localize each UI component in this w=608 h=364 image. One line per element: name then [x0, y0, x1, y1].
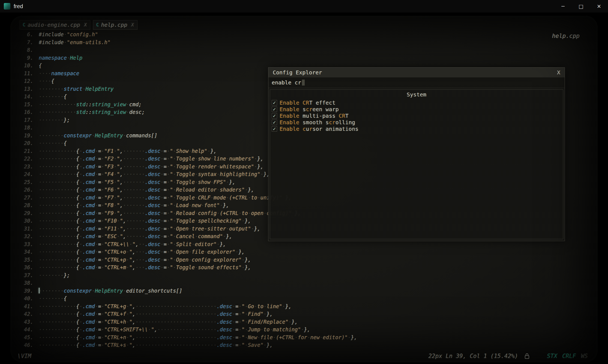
line-number: 35. — [14, 256, 33, 264]
config-item[interactable]: ✓Enable smooth scrolling — [270, 119, 563, 126]
line-number: 13. — [14, 85, 33, 93]
line-number: 46. — [14, 341, 33, 349]
line-number: 14. — [14, 93, 33, 101]
status-flag-stx: STX — [547, 353, 557, 359]
checkbox[interactable]: ✓ — [272, 113, 277, 119]
config-item[interactable]: ✓Enable CRT effect — [270, 99, 563, 106]
config-item[interactable]: ✓Enable cursor animations — [270, 126, 563, 132]
status-flag-ws: WS — [581, 353, 588, 359]
line-number: 10. — [14, 62, 33, 69]
code-line[interactable]: 37.········}; — [14, 271, 597, 279]
code-line[interactable]: 8. — [14, 46, 597, 54]
lock-icon — [525, 353, 529, 359]
checkbox[interactable]: ✓ — [272, 126, 277, 132]
status-flag-crlf: CRLF — [562, 353, 576, 359]
code-line[interactable]: 40.········{ — [14, 295, 597, 302]
line-number: 28. — [14, 201, 33, 209]
config-item[interactable]: ✓Enable screen warp — [270, 106, 563, 113]
config-item[interactable]: ✓Enable multi-pass CRT — [270, 113, 563, 119]
line-number: 23. — [14, 163, 33, 171]
line-number: 33. — [14, 240, 33, 248]
dialog-titlebar: Config Explorer X — [268, 68, 565, 77]
code-line[interactable]: 7.#include·"enum-utils.h" — [14, 38, 597, 46]
line-number: 22. — [14, 155, 33, 163]
code-line[interactable]: 43.············{·.cmd·=·"CTRL+h·",······… — [14, 318, 597, 326]
line-number: 9. — [14, 54, 33, 62]
code-line[interactable]: 9.namespace·Help — [14, 54, 597, 62]
line-number: 29. — [14, 209, 33, 217]
minimize-button[interactable]: ─ — [554, 0, 572, 13]
line-number: 42. — [14, 310, 33, 318]
code-line[interactable]: 33.············{·.cmd·=·"CTRL+\\·",··.de… — [14, 240, 597, 248]
tab-close-icon[interactable]: X — [131, 22, 134, 28]
line-number: 43. — [14, 318, 33, 326]
code-line[interactable]: 38. — [14, 279, 597, 287]
window-titlebar: fred ─ □ ✕ — [0, 0, 608, 13]
active-file-indicator: help.cpp — [552, 33, 580, 39]
config-item-label: Enable cursor animations — [280, 126, 358, 132]
checkbox[interactable]: ✓ — [272, 120, 277, 125]
line-number: 8. — [14, 46, 33, 54]
line-number: 38. — [14, 279, 33, 287]
checkbox[interactable]: ✓ — [272, 107, 277, 112]
tab-close-icon[interactable]: X — [84, 22, 87, 28]
window-controls: ─ □ ✕ — [554, 0, 608, 13]
tab-help-cpp[interactable]: Chelp.cppX — [93, 20, 137, 30]
line-number: 31. — [14, 225, 33, 233]
line-number: 36. — [14, 263, 33, 271]
line-number: 25. — [14, 178, 33, 186]
line-number: 34. — [14, 248, 33, 256]
config-item-label: Enable multi-pass CRT — [280, 113, 349, 119]
code-line[interactable]: 35.············{·.cmd·=·"CTRL+p·",···.de… — [14, 256, 597, 264]
section-header: System — [270, 91, 563, 98]
line-number: 32. — [14, 232, 33, 240]
line-number: 44. — [14, 326, 33, 333]
line-number: 27. — [14, 194, 33, 202]
cpp-file-icon: C — [96, 22, 99, 28]
line-number: 20. — [14, 139, 33, 147]
status-right-cluster: 22px Ln 39, Col 1 (15.42%) STXCRLFWS — [428, 353, 588, 359]
line-number: 40. — [14, 295, 33, 302]
line-number: 30. — [14, 217, 33, 225]
config-explorer-dialog: Config Explorer X enable cr System ✓Enab… — [268, 67, 565, 241]
line-number: 45. — [14, 333, 33, 341]
tab-label: help.cpp — [101, 22, 127, 28]
tab-audio-engine-cpp[interactable]: Caudio-engine.cppX — [20, 20, 90, 30]
line-number: 7. — [14, 38, 33, 46]
line-number: 41. — [14, 302, 33, 310]
editor-screen: 6.#include·"config.h"7.#include·"enum-ut… — [10, 16, 598, 362]
cursor-position: 22px Ln 39, Col 1 (15.42%) — [428, 353, 518, 359]
code-line[interactable]: 42.············{·.cmd·=·"CTRL+f·",······… — [14, 310, 597, 318]
config-item-label: Enable smooth scrolling — [280, 119, 355, 126]
code-line[interactable]: 36.············{·.cmd·=·"CTRL+m·",···.de… — [14, 263, 597, 271]
app-icon — [4, 3, 10, 10]
tab-label: audio-engine.cpp — [28, 22, 80, 28]
code-line[interactable]: 46.············{·.cmd·=·"CTRL+s·",······… — [14, 341, 597, 349]
code-line[interactable]: 44.············{·.cmd·=·"CTRL+SHIFT+\\·"… — [14, 326, 597, 333]
dialog-close-icon[interactable]: X — [557, 69, 560, 76]
config-item-label: Enable CRT effect — [280, 99, 336, 106]
line-number: 12. — [14, 77, 33, 85]
config-item-label: Enable screen warp — [280, 106, 339, 113]
status-bar: \VIM 22px Ln 39, Col 1 (15.42%) STXCRLFW… — [17, 352, 588, 360]
tab-bar: Caudio-engine.cppXChelp.cppX — [20, 20, 137, 30]
line-number: 17. — [14, 116, 33, 124]
line-number: 37. — [14, 271, 33, 279]
line-number: 26. — [14, 186, 33, 194]
line-number: 21. — [14, 147, 33, 155]
monitor-bezel: 6.#include·"config.h"7.#include·"enum-ut… — [0, 13, 608, 364]
code-line[interactable]: 34.············{·.cmd·=·"CTRL+o·",···.de… — [14, 248, 597, 256]
code-line[interactable]: 41.············{·.cmd·=·"CTRL+g·",······… — [14, 302, 597, 310]
code-line[interactable]: 39.········constexpr·HelpEntry·editor_sh… — [14, 287, 597, 295]
config-search-input[interactable]: enable cr — [268, 77, 565, 88]
code-line[interactable]: 6.#include·"config.h" — [14, 31, 597, 38]
close-button[interactable]: ✕ — [590, 0, 608, 13]
search-caret — [302, 80, 305, 86]
checkbox[interactable]: ✓ — [272, 100, 277, 105]
line-number: 19. — [14, 132, 33, 139]
line-number: 18. — [14, 124, 33, 132]
maximize-button[interactable]: □ — [572, 0, 590, 13]
status-flags: STXCRLFWS — [529, 353, 588, 359]
code-line[interactable]: 45.············{·.cmd·=·"CTRL+n·",······… — [14, 333, 597, 341]
vim-mode-indicator: \VIM — [17, 353, 31, 359]
